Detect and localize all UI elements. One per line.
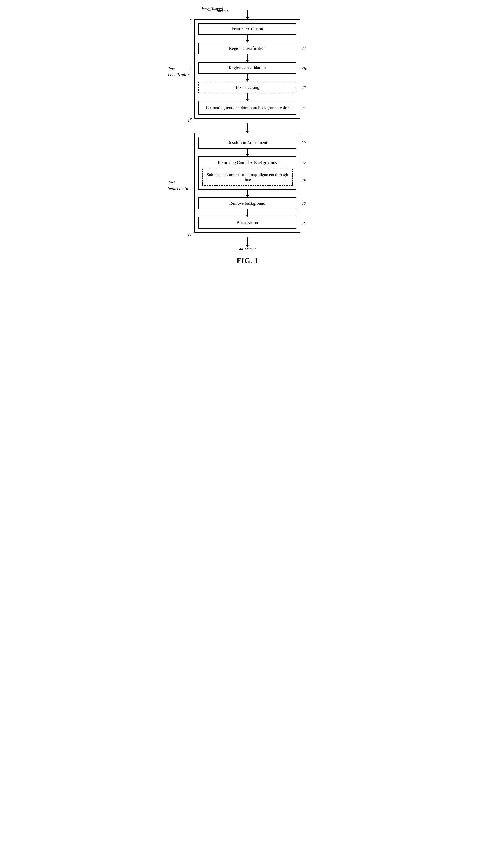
- figure-label: FIG. 1: [194, 256, 300, 265]
- ref-32: 32: [302, 161, 306, 165]
- text-localization-section: Text Localization 10 20 Feature extracti…: [194, 19, 300, 119]
- text-tracking-box: Text Tracking: [198, 82, 296, 93]
- step-removing-complex-bg: Removing Complex Backgrounds Sub-pixel a…: [198, 156, 296, 190]
- step-text-tracking: Text Tracking 26: [198, 82, 296, 93]
- ref-26: 26: [302, 85, 306, 90]
- text-segmentation-ref: 14: [188, 232, 192, 237]
- ref-36: 36: [302, 201, 306, 206]
- feature-extraction-box: Feature extraction: [198, 23, 296, 35]
- arrow-5: [198, 149, 296, 156]
- region-classification-box: Region classification: [198, 42, 296, 54]
- arrow-1: [198, 35, 296, 42]
- arrow-3: [198, 74, 296, 82]
- text-localization-label: Text Localization: [168, 60, 190, 78]
- text-localization-ref: 10: [188, 119, 192, 123]
- estimating-color-box: Estimating text and dominant background …: [198, 101, 296, 115]
- ref-24: 24: [302, 66, 306, 70]
- output-area: 44 Output: [194, 247, 300, 251]
- arrow-2: [198, 54, 296, 62]
- resolution-adjustment-box: Resolution Adjustment: [198, 137, 296, 149]
- text-localization-outer-box: 20 Feature extraction Region classificat…: [194, 19, 300, 119]
- steps-container-tl: Feature extraction Region classification…: [198, 23, 296, 115]
- step-feature-extraction: Feature extraction: [198, 23, 296, 35]
- step-remove-background: Remove background 36: [198, 197, 296, 209]
- input-area: Input (Image): [194, 10, 300, 19]
- ref-28: 28: [302, 106, 306, 110]
- steps-container-ts: Resolution Adjustment 30 Removing Comple…: [198, 137, 296, 229]
- binarization-box: Binarization: [198, 217, 296, 229]
- text-localization-bracket: [190, 19, 194, 119]
- arrow-between-sections: [194, 123, 300, 133]
- remove-background-box: Remove background: [198, 197, 296, 209]
- text-segmentation-outer-box: Resolution Adjustment 30 Removing Comple…: [194, 133, 300, 232]
- ref-30: 30: [302, 141, 306, 145]
- arrow-7: [198, 209, 296, 217]
- step-binarization: Binarization 38: [198, 217, 296, 229]
- step-resolution-adjustment: Resolution Adjustment 30: [198, 137, 296, 149]
- output-ref: 44: [239, 247, 243, 251]
- subpixel-box: Sub-pixel accurate text bitmap alignment…: [202, 168, 293, 186]
- output-arrow: [194, 237, 300, 247]
- arrow-4: [198, 93, 296, 101]
- removing-complex-bg-box: Removing Complex Backgrounds Sub-pixel a…: [198, 156, 296, 190]
- text-segmentation-label: Text Segmentation: [168, 174, 192, 192]
- region-consolidation-box: Region consolidation: [198, 62, 296, 74]
- text-segmentation-section: Text Segmentation 14 Resolution Adjustme…: [194, 133, 300, 232]
- arrow-6: [198, 190, 296, 197]
- step-region-consolidation: Region consolidation 24: [198, 62, 296, 74]
- diagram-container: Input (Image) Text Localization 10 20 Fe…: [175, 5, 310, 275]
- input-image-label: Input (Image): [202, 7, 223, 11]
- output-label: Output: [245, 247, 256, 251]
- ref-38: 38: [302, 221, 306, 225]
- ref-34: 34: [302, 178, 306, 182]
- ref-22: 22: [302, 46, 306, 51]
- step-region-classification: Region classification 22: [198, 42, 296, 54]
- removing-complex-bg-label: Removing Complex Backgrounds: [202, 160, 293, 165]
- step-estimating-color: Estimating text and dominant background …: [198, 101, 296, 115]
